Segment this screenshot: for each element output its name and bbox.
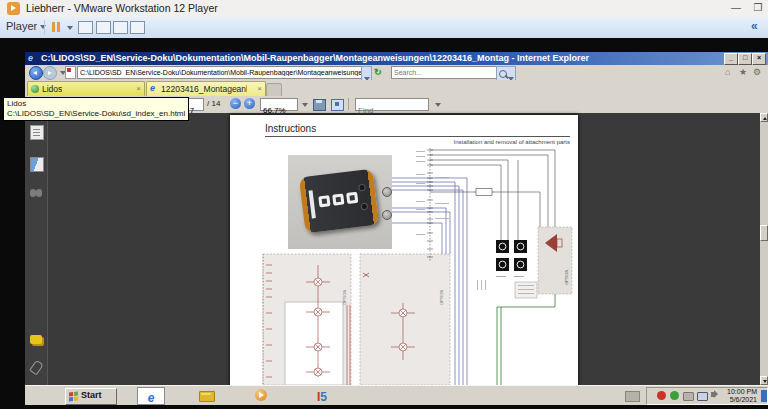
remote-control-device [299,169,379,234]
taskbar: Start e I5 10:00 PM 5/6/2021 [25,385,768,405]
ie-minimize-button[interactable]: _ [724,53,738,65]
toolbar-divider [44,20,45,34]
tray-alert-icon[interactable] [657,391,666,400]
attachments-paperclip-icon[interactable] [29,360,44,376]
ie-tab-bar: Lidos × e 12203416_Montageanleitun... × [25,80,768,97]
system-tray: 10:00 PM 5/6/2021 [646,387,768,405]
remote-control-photo [288,155,392,249]
search-binoculars-icon[interactable] [30,189,42,197]
taskbar-mediaplayer-button[interactable] [248,387,274,403]
option-box-middle [360,254,450,385]
ie-titlebar[interactable]: e C:\LIDOS\SD_EN\Service-Doku\Dokumentat… [25,52,768,65]
vmware-toolbar: Player « [0,17,768,39]
address-dropdown[interactable] [361,66,372,81]
address-input[interactable] [77,66,365,79]
send-cad-icon[interactable] [78,21,93,34]
player-menu[interactable]: Player [6,20,46,32]
tools-gear-icon[interactable]: ⚙ [753,67,761,77]
ie-favicon: e [150,83,155,93]
start-button[interactable]: Start [65,388,117,405]
tray-display-icon[interactable] [683,392,694,401]
find-input[interactable] [355,98,429,111]
bookmarks-icon[interactable] [30,157,44,172]
taskbar-lidos5-button[interactable]: I5 [305,387,339,403]
search-icon [499,70,507,78]
control-symbol-icons [496,240,527,277]
home-icon[interactable]: ⌂ [725,67,730,77]
scroll-down-button[interactable] [760,376,768,385]
forward-button[interactable] [43,66,57,80]
back-button[interactable] [29,66,43,80]
inline-component [476,189,492,196]
taskbar-ie-button[interactable]: e [137,387,165,405]
search-input[interactable] [391,66,501,79]
option-label-middle: OPTION [439,290,444,305]
tray-network-icon[interactable] [697,392,708,401]
connector-plug [382,210,392,220]
vmware-player-icon [7,2,20,15]
page-total-label: / 14 [207,99,220,108]
ie-address-bar: ↻ ⌂ ★ ⚙ [25,65,768,80]
vertical-scrollbar[interactable] [760,113,768,385]
wiring-diagram: OPTION OPTION [230,115,578,385]
pdf-document-icon [65,66,76,79]
toolbar-divider [348,98,349,110]
comments-icon[interactable] [30,335,42,344]
fit-page-icon[interactable] [331,99,344,111]
ie-maximize-button[interactable]: □ [738,53,752,65]
unity-icon[interactable] [130,21,145,34]
collapse-toolbar-chevron[interactable]: « [751,19,758,33]
suspend-chevron-icon[interactable] [67,26,73,30]
vm-screen: e C:\LIDOS\SD_EN\Service-Doku\Dokumentat… [0,38,768,409]
tray-shield-icon[interactable] [670,391,679,400]
tab-close-icon[interactable]: × [136,84,141,93]
option-horn-box: OPTION [538,227,572,294]
fullscreen-icon[interactable] [113,21,128,34]
vmware-titlebar: Liebherr - VMware Workstation 12 Player … [0,0,768,18]
taskbar-app-button-2[interactable] [193,387,219,403]
tab-close-icon[interactable]: × [257,84,262,93]
pdf-sidebar [25,113,48,385]
zoom-in-button[interactable]: + [244,98,255,109]
legend-sticker [515,282,537,298]
new-tab-button[interactable] [266,83,282,97]
link-tooltip: Lidos C:\LIDOS\SD_EN\Service-Doku\sd_ind… [3,97,189,121]
zoom-out-button[interactable]: − [230,98,241,109]
volume-icon[interactable] [711,392,715,397]
ie-window-title: C:\LIDOS\SD_EN\Service-Doku\Dokumentatio… [41,53,589,63]
printer-icon [625,391,640,402]
vmware-minimize-button[interactable]: — [728,2,744,15]
tab-montageanleitung[interactable]: e 12203416_Montageanleitun... × [146,81,266,96]
tab-lidos[interactable]: Lidos × [27,81,145,96]
scrollbar-thumb[interactable] [760,225,768,241]
ie-logo-icon: e [28,53,33,63]
lidos-favicon [31,85,39,93]
thumbnails-icon[interactable] [30,125,44,140]
save-icon[interactable] [313,99,326,111]
zoom-chevron-icon[interactable] [302,103,308,107]
vmware-maximize-button[interactable]: ❐ [750,2,766,15]
option-label-left: OPTION [342,290,347,305]
find-chevron-icon[interactable] [435,103,441,107]
tray-edge-icon [761,390,767,402]
favorites-star-icon[interactable]: ★ [739,67,747,77]
pdf-page: Instructions Installation and removal of… [230,115,578,385]
refresh-icon[interactable]: ↻ [374,67,382,77]
clock: 10:00 PM 5/6/2021 [727,388,757,404]
pdf-viewer: Instructions Installation and removal of… [25,113,768,385]
scroll-up-button[interactable] [760,113,768,122]
vmware-window-title: Liebherr - VMware Workstation 12 Player [26,2,218,14]
connector-plug [382,187,392,197]
zoom-level-input[interactable] [260,98,298,111]
windows-logo-icon [69,392,78,402]
option-label-right: OPTION [564,270,569,285]
snapshot-icon[interactable] [96,21,111,34]
search-dropdown[interactable] [496,66,516,81]
ie-close-button[interactable]: × [752,53,766,65]
suspend-icon[interactable] [52,22,61,32]
